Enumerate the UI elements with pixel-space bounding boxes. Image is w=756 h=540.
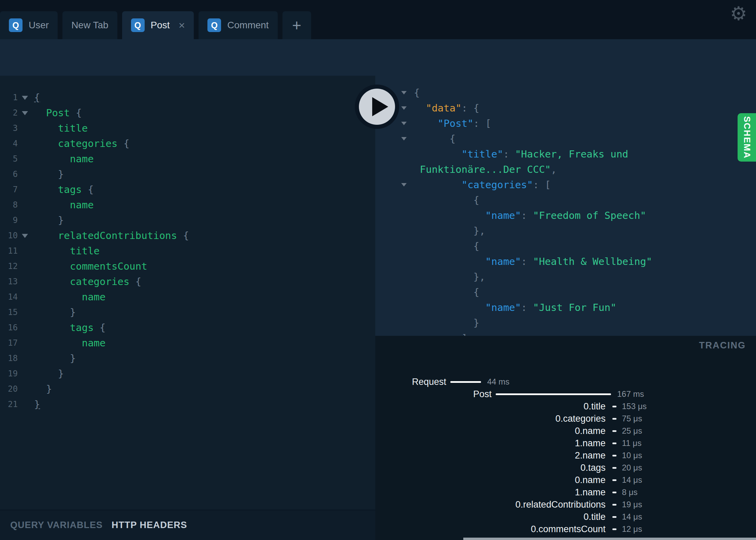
code-text: }, — [414, 223, 485, 239]
code-text: tags { — [34, 182, 94, 197]
tracing-row-label: 0.categories — [375, 412, 606, 425]
tracing-row-label: Request — [375, 376, 446, 388]
line-number: 7 — [0, 182, 18, 197]
query-line: 16 tags { — [0, 320, 375, 335]
add-tab-button[interactable]: + — [282, 11, 311, 39]
tracing-row: 0.relatedContributions19 μs — [375, 498, 756, 511]
http-headers-tab[interactable]: HTTP HEADERS — [112, 520, 187, 530]
code-text: "categories": [ — [414, 177, 551, 193]
code-text: "name": "Just For Fun" — [414, 300, 616, 315]
query-line: 21} — [0, 397, 375, 412]
tab-new-tab[interactable]: New Tab — [62, 11, 117, 39]
code-text: } — [34, 167, 64, 182]
toolbar: PRETTIFY HISTORY ↺ COPY CURL SHARE PLAYG… — [0, 39, 756, 76]
code-text: name — [34, 335, 106, 351]
code-text: } — [34, 213, 64, 228]
close-tab-icon[interactable]: × — [179, 20, 185, 31]
query-line: 1{ — [0, 90, 375, 105]
query-line: 19 } — [0, 366, 375, 381]
line-number: 1 — [0, 90, 18, 105]
query-line: 5 name — [0, 151, 375, 167]
query-line: 2 Post { — [0, 105, 375, 121]
response-line: } — [375, 315, 756, 331]
tracing-row-label: 1.name — [375, 486, 606, 498]
tracing-row-duration: 20 μs — [622, 462, 642, 474]
tracing-row-duration: 14 μs — [622, 474, 642, 486]
line-number: 8 — [0, 197, 18, 213]
code-text: } — [34, 366, 64, 381]
line-number: 15 — [0, 305, 18, 320]
tracing-row-duration: 25 μs — [622, 425, 642, 437]
code-text: "data": { — [414, 101, 479, 116]
code-text: "name": "Freedom of Speech" — [414, 208, 646, 223]
execute-query-button[interactable] — [354, 84, 399, 129]
response-line: ] — [375, 331, 756, 336]
fold-arrow-icon[interactable] — [22, 234, 28, 238]
tracing-row-duration: 167 ms — [617, 388, 644, 400]
query-editor-lines: 1{2 Post {3 title4 categories {5 name6 }… — [0, 90, 375, 412]
code-text: } — [414, 315, 479, 331]
tracing-duration-dash — [612, 516, 616, 518]
line-number: 16 — [0, 320, 18, 335]
query-line: 10 relatedContributions { — [0, 228, 375, 243]
tracing-row-duration: 44 ms — [487, 376, 509, 388]
query-line: 15 } — [0, 305, 375, 320]
code-text: categories { — [34, 274, 141, 289]
query-editor-pane[interactable]: 1{2 Post {3 title4 categories {5 name6 }… — [0, 76, 375, 510]
response-line: "name": "Freedom of Speech" — [375, 208, 756, 223]
tracing-row-duration: 8 μs — [622, 486, 638, 498]
code-text: { — [414, 85, 420, 101]
line-number: 17 — [0, 335, 18, 351]
code-text: Post { — [34, 105, 82, 121]
fold-arrow-icon[interactable] — [401, 106, 407, 110]
fold-arrow-icon[interactable] — [401, 122, 407, 125]
tracing-row: 0.tags20 μs — [375, 462, 756, 474]
tracing-row-label: 0.name — [375, 425, 606, 437]
code-text: tags { — [34, 320, 106, 335]
code-text: { — [414, 193, 479, 208]
fold-arrow-icon[interactable] — [22, 111, 28, 115]
response-line: "categories": [ — [375, 177, 756, 193]
tracing-duration-bar — [496, 393, 611, 395]
tracing-panel-toggle[interactable]: TRACING — [699, 340, 746, 351]
response-line: "Post": [ — [375, 116, 756, 131]
code-text: } — [34, 381, 52, 397]
tracing-row-label: 0.title — [375, 400, 606, 412]
response-line: "name": "Health & Wellbeing" — [375, 254, 756, 269]
response-line: }, — [375, 269, 756, 285]
code-text: } — [34, 351, 76, 366]
schema-side-tab[interactable]: SCHEMA — [738, 113, 756, 162]
tracing-row: 1.name8 μs — [375, 486, 756, 498]
query-line: 7 tags { — [0, 182, 375, 197]
query-line: 12 commentsCount — [0, 259, 375, 274]
tracing-row-label: 0.commentsCount — [375, 523, 606, 535]
code-text: }, — [414, 269, 485, 285]
query-line: 8 name — [0, 197, 375, 213]
tab-label: Comment — [227, 20, 268, 31]
tracing-row-label: 0.title — [375, 511, 606, 523]
query-variables-tab[interactable]: QUERY VARIABLES — [10, 520, 103, 530]
tab-label: Post — [151, 20, 170, 31]
fold-arrow-icon[interactable] — [401, 137, 407, 140]
tab-post[interactable]: QPost× — [122, 11, 194, 39]
code-text: "name": "Health & Wellbeing" — [414, 254, 652, 269]
response-line: "name": "Just For Fun" — [375, 300, 756, 315]
code-text: relatedContributions { — [34, 228, 189, 243]
tab-user[interactable]: QUser — [0, 11, 58, 39]
tracing-horizontal-scrollbar[interactable] — [463, 538, 756, 540]
tracing-duration-dash — [612, 528, 616, 530]
fold-arrow-icon[interactable] — [401, 183, 407, 186]
tracing-duration-dash — [612, 467, 616, 469]
tracing-row-duration: 12 μs — [622, 523, 642, 535]
settings-gear-icon[interactable]: ⚙ — [730, 4, 747, 23]
code-text: } — [34, 305, 76, 320]
tab-comment[interactable]: QComment — [199, 11, 277, 39]
query-line: 11 title — [0, 243, 375, 259]
fold-arrow-icon[interactable] — [401, 91, 407, 94]
response-line: { — [375, 85, 756, 101]
fold-arrow-icon[interactable] — [22, 96, 28, 100]
query-line: 13 categories { — [0, 274, 375, 289]
tracing-row-label: 2.name — [375, 449, 606, 462]
line-number: 14 — [0, 289, 18, 305]
tracing-duration-dash — [612, 406, 616, 407]
